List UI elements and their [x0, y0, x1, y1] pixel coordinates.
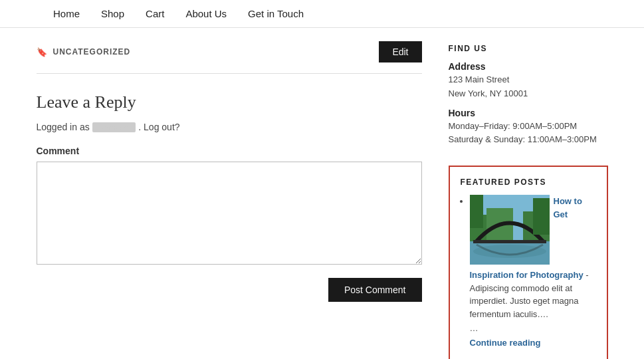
sidebar: FIND US Address 123 Main Street New York… — [449, 41, 608, 359]
nav-contact[interactable]: Get in Touch — [248, 8, 304, 19]
continue-reading-link[interactable]: Continue reading — [470, 336, 596, 350]
username-display: username — [92, 122, 136, 132]
main-content: 🔖 UNCATEGORIZED Edit Leave a Reply Logge… — [37, 41, 422, 359]
category-label: 🔖 UNCATEGORIZED — [37, 47, 131, 57]
logged-in-message: Logged in as username . Log out? — [37, 122, 422, 132]
post-comment-button[interactable]: Post Comment — [328, 278, 422, 302]
category-icon: 🔖 — [37, 47, 48, 57]
find-us-heading: FIND US — [449, 44, 608, 53]
featured-post-item: How to Get Inspiration for Photography -… — [470, 195, 596, 349]
featured-posts-section: FEATURED POSTS — [449, 166, 608, 359]
page-container: 🔖 UNCATEGORIZED Edit Leave a Reply Logge… — [23, 28, 621, 359]
hours-text: Monday–Friday: 9:00AM–5:00PM Saturday & … — [449, 120, 608, 148]
hours-heading: Hours — [449, 108, 608, 118]
featured-posts-heading: FEATURED POSTS — [461, 178, 596, 187]
svg-rect-5 — [473, 240, 546, 243]
logout-link[interactable]: . Log out? — [138, 122, 179, 132]
svg-rect-7 — [470, 195, 483, 228]
featured-post-image — [470, 195, 550, 265]
comment-label: Comment — [37, 146, 422, 156]
find-us-section: FIND US Address 123 Main Street New York… — [449, 44, 608, 147]
nav-about[interactable]: About Us — [185, 8, 227, 19]
svg-point-6 — [473, 245, 546, 258]
leave-reply-title: Leave a Reply — [37, 92, 422, 112]
category-text: UNCATEGORIZED — [53, 47, 131, 57]
nav-home[interactable]: Home — [53, 8, 80, 19]
svg-rect-8 — [533, 198, 550, 235]
address-heading: Address — [449, 61, 608, 72]
category-bar: 🔖 UNCATEGORIZED Edit — [37, 41, 422, 62]
edit-button[interactable]: Edit — [379, 41, 421, 62]
post-comment-row: Post Comment — [37, 278, 422, 302]
section-divider — [37, 73, 422, 74]
main-nav: Home Shop Cart About Us Get in Touch — [0, 0, 644, 28]
comment-textarea[interactable] — [37, 162, 422, 265]
featured-post-list: How to Get Inspiration for Photography -… — [461, 195, 596, 349]
nav-shop[interactable]: Shop — [101, 8, 124, 19]
address-text: 123 Main Street New York, NY 10001 — [449, 73, 608, 101]
nav-cart[interactable]: Cart — [146, 8, 164, 19]
